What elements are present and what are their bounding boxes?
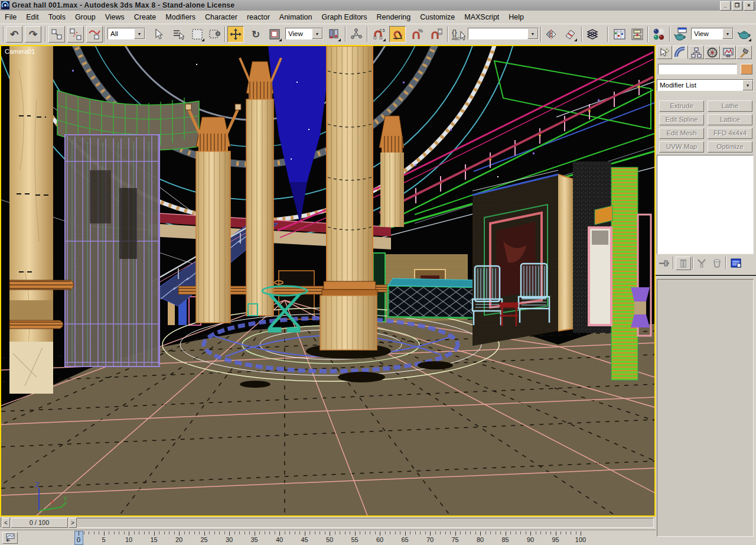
snaps-toggle-button[interactable]: 2.5 — [370, 26, 387, 43]
bind-to-space-warp-button[interactable] — [86, 26, 103, 43]
menu-modifiers[interactable]: Modifiers — [161, 12, 200, 22]
track-bar-ruler[interactable]: 0510152025303540455055606570758085909510… — [0, 530, 653, 545]
menu-rendering[interactable]: Rendering — [372, 12, 416, 22]
modifier-button-optimize[interactable]: Optimize — [708, 141, 752, 153]
time-slider-track[interactable] — [1, 518, 654, 528]
space-warp-icon — [88, 28, 101, 41]
select-by-name-button[interactable] — [170, 26, 187, 43]
modifier-button-lathe[interactable]: Lathe — [708, 100, 752, 112]
modifier-list-dropdown[interactable]: Modifier List ▼ — [657, 79, 754, 91]
menu-tools[interactable]: Tools — [44, 12, 70, 22]
menu-views[interactable]: Views — [100, 12, 129, 22]
menu-maxscript[interactable]: MAXScript — [460, 12, 504, 22]
modifier-button-uvw-map[interactable]: UVW Map — [659, 141, 704, 153]
svg-text:%: % — [418, 28, 423, 34]
tab-modify[interactable] — [673, 46, 688, 59]
menu-reactor[interactable]: reactor — [242, 12, 275, 22]
curve-editor-button[interactable] — [611, 26, 628, 43]
stack-separator — [725, 257, 726, 269]
angle-snap-toggle-button[interactable] — [389, 26, 406, 43]
chevron-down-icon[interactable]: ▼ — [312, 28, 322, 39]
layer-manager-button[interactable] — [584, 26, 601, 43]
render-scene-button[interactable] — [672, 26, 689, 43]
window-crossing-toggle[interactable] — [207, 26, 223, 43]
minimize-button[interactable]: _ — [720, 1, 731, 11]
modifier-button-lattice[interactable]: Lattice — [708, 114, 752, 125]
make-unique-button[interactable] — [695, 257, 709, 269]
redo-button[interactable]: ↷ — [25, 26, 41, 43]
menu-file[interactable]: File — [0, 12, 21, 22]
select-and-rotate-button[interactable]: ↻ — [247, 26, 264, 43]
restore-button[interactable]: ❐ — [732, 1, 742, 11]
pin-icon — [658, 257, 670, 269]
modifier-button-ffd4x4x4[interactable]: FFD 4x4x4 — [708, 128, 752, 139]
spinner-snap-toggle-button[interactable] — [428, 26, 445, 43]
quick-render-button[interactable] — [736, 26, 752, 43]
chevron-down-icon[interactable]: ▼ — [527, 28, 538, 39]
menu-animation[interactable]: Animation — [275, 12, 317, 22]
menu-character[interactable]: Character — [200, 12, 242, 22]
track-bar[interactable]: 0510152025303540455055606570758085909510… — [0, 530, 656, 545]
chevron-down-icon[interactable]: ▼ — [742, 80, 753, 90]
reference-coordinate-dropdown[interactable]: View ▼ — [285, 28, 323, 40]
select-and-link-button[interactable] — [48, 26, 65, 43]
select-and-scale-button[interactable] — [266, 26, 283, 43]
unlink-icon — [69, 28, 82, 41]
undo-button[interactable]: ↶ — [6, 26, 22, 43]
menu-graph-editors[interactable]: Graph Editors — [317, 12, 372, 22]
show-end-result-icon — [678, 258, 689, 269]
unlink-selection-button[interactable] — [67, 26, 84, 43]
object-color-swatch[interactable] — [741, 64, 752, 74]
mirror-button[interactable] — [543, 26, 559, 43]
previous-frame-button[interactable]: < — [2, 518, 10, 528]
align-button[interactable] — [562, 26, 578, 43]
tab-motion[interactable] — [705, 46, 720, 59]
percent-snap-toggle-button[interactable]: % — [409, 26, 425, 43]
modifier-button-extrude[interactable]: Extrude — [659, 100, 704, 112]
title-bar[interactable]: Great hall 001.max - Autodesk 3ds Max 8 … — [0, 0, 756, 11]
render-type-dropdown[interactable]: View ▼ — [691, 28, 734, 40]
tab-create[interactable] — [657, 46, 672, 59]
snap-magnet-icon: 2.5 — [372, 27, 386, 41]
toolbar-separator — [104, 27, 105, 42]
manipulate-icon — [350, 28, 363, 41]
use-pivot-point-center-button[interactable] — [325, 26, 342, 43]
menu-group[interactable]: Group — [70, 12, 100, 22]
object-name-field[interactable] — [658, 64, 737, 74]
schematic-view-button[interactable] — [629, 26, 646, 43]
tab-utilities[interactable] — [737, 46, 752, 59]
menu-edit[interactable]: Edit — [21, 12, 44, 22]
main-toolbar: ↶ ↷ All ▼ ↻ View ▼ — [0, 24, 756, 46]
configure-modifier-sets-button[interactable] — [729, 257, 743, 269]
menu-create[interactable]: Create — [129, 12, 161, 22]
named-selection-dropdown[interactable]: ▼ — [468, 28, 539, 40]
time-slider-thumb[interactable]: 0 / 100 — [11, 518, 68, 528]
modifier-button-edit-mesh[interactable]: Edit Mesh — [659, 128, 704, 139]
selection-filter-dropdown[interactable]: All ▼ — [107, 28, 145, 40]
show-end-result-button[interactable] — [676, 257, 691, 270]
tab-display[interactable] — [721, 46, 736, 59]
material-editor-button[interactable] — [650, 26, 667, 43]
quick-render-icon — [737, 27, 752, 42]
select-and-move-button[interactable] — [227, 26, 244, 43]
next-frame-button[interactable]: > — [69, 518, 77, 528]
select-object-button[interactable] — [150, 26, 167, 43]
toolbar-separator — [540, 27, 542, 42]
menu-help[interactable]: Help — [504, 12, 529, 22]
pin-stack-button[interactable] — [657, 257, 671, 269]
menu-customize[interactable]: Customize — [415, 12, 460, 22]
named-selection-sets-button[interactable]: {}ABC — [450, 26, 467, 43]
viewport-label[interactable]: Camera01 — [5, 48, 35, 55]
tab-hierarchy[interactable] — [689, 46, 704, 59]
chevron-down-icon[interactable]: ▼ — [722, 28, 733, 39]
chevron-down-icon[interactable]: ▼ — [134, 28, 145, 39]
viewport-canvas[interactable]: Z x y — [1, 46, 654, 515]
rectangular-selection-region-button[interactable] — [189, 26, 206, 43]
remove-modifier-button[interactable] — [710, 257, 724, 269]
select-and-manipulate-button[interactable] — [348, 26, 364, 43]
modifier-button-edit-spline[interactable]: Edit Spline — [659, 114, 704, 125]
camera-viewport[interactable]: Camera01 — [0, 45, 656, 517]
close-button[interactable]: × — [744, 1, 754, 11]
modifier-stack-list[interactable] — [657, 155, 754, 254]
toolbar-separator — [669, 27, 670, 42]
